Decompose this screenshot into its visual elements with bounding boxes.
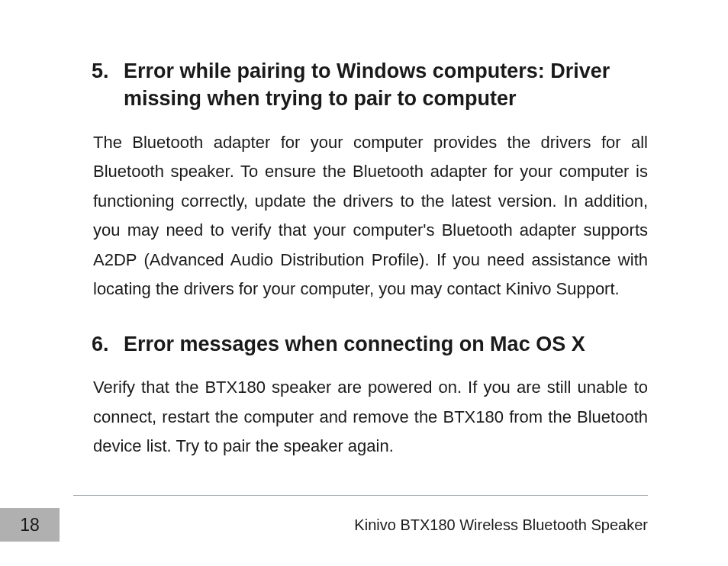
document-title: Kinivo BTX180 Wireless Bluetooth Speaker bbox=[60, 516, 728, 534]
page-footer: 18 Kinivo BTX180 Wireless Bluetooth Spea… bbox=[0, 495, 728, 542]
footer-divider bbox=[73, 495, 648, 496]
page-number: 18 bbox=[0, 508, 60, 542]
footer-row: 18 Kinivo BTX180 Wireless Bluetooth Spea… bbox=[0, 508, 728, 542]
section-body: Verify that the BTX180 speaker are power… bbox=[92, 373, 648, 461]
section-body: The Bluetooth adapter for your computer … bbox=[92, 128, 648, 304]
section-number: 5. bbox=[92, 57, 124, 85]
section-heading-5: 5. Error while pairing to Windows comput… bbox=[92, 57, 648, 113]
section-title: Error messages when connecting on Mac OS… bbox=[124, 330, 648, 358]
section-heading-6: 6. Error messages when connecting on Mac… bbox=[92, 330, 648, 358]
section-title: Error while pairing to Windows computers… bbox=[124, 57, 648, 113]
section-number: 6. bbox=[92, 330, 124, 358]
page-content: 5. Error while pairing to Windows comput… bbox=[0, 0, 728, 461]
